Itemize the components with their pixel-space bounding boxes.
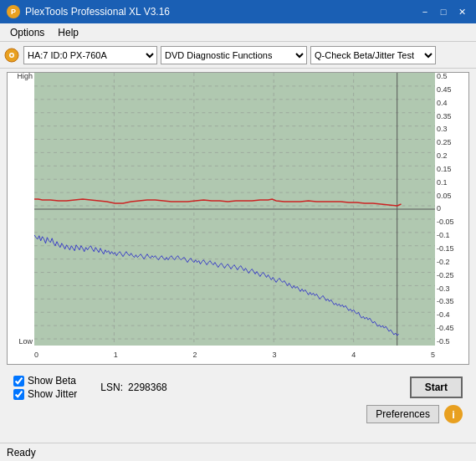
- function-select[interactable]: DVD Diagnostic Functions: [161, 46, 307, 64]
- y-right-18: -0.4: [437, 311, 467, 319]
- y-right-7: 0.15: [437, 166, 467, 173]
- title-bar-left: P PlexTools Professional XL V3.16: [7, 5, 170, 18]
- y-right-16: -0.3: [437, 285, 467, 293]
- y-right-15: -0.25: [437, 272, 467, 279]
- bottom-controls: Show Beta Show Jitter LSN: 2298368 Start: [7, 371, 469, 403]
- action-row: Preferences i: [7, 403, 469, 427]
- y-right-9: 0.05: [437, 192, 467, 200]
- start-button[interactable]: Start: [410, 376, 463, 398]
- y-right-19: -0.45: [437, 325, 467, 332]
- y-right-8: 0.1: [437, 179, 467, 187]
- chart-area: [34, 73, 435, 346]
- chart-container: High Low: [7, 72, 469, 365]
- y-axis-left: High Low: [8, 73, 34, 346]
- x-label-2: 2: [193, 351, 197, 359]
- lsn-section: LSN: 2298368: [100, 382, 166, 393]
- minimize-button[interactable]: −: [417, 4, 432, 19]
- device-select[interactable]: HA:7 ID:0 PX-760A: [23, 46, 157, 64]
- y-right-20: -0.5: [437, 338, 467, 346]
- x-label-5: 5: [431, 351, 435, 359]
- svg-point-2: [11, 54, 13, 56]
- main-content: High Low: [0, 69, 476, 430]
- close-button[interactable]: ✕: [454, 4, 469, 19]
- show-beta-checkbox[interactable]: [13, 376, 24, 387]
- status-text: Ready: [7, 447, 36, 458]
- menu-help[interactable]: Help: [51, 25, 85, 40]
- y-right-0: 0.5: [437, 73, 467, 80]
- x-label-1: 1: [114, 351, 118, 359]
- toolbar: HA:7 ID:0 PX-760A DVD Diagnostic Functio…: [0, 42, 476, 69]
- y-right-10: 0: [437, 205, 467, 213]
- lsn-value: 2298368: [128, 382, 167, 393]
- chart-svg: [34, 73, 435, 346]
- window-controls: − □ ✕: [417, 4, 469, 19]
- y-right-3: 0.35: [437, 113, 467, 120]
- test-select[interactable]: Q-Check Beta/Jitter Test: [310, 46, 436, 64]
- x-axis: 0 1 2 3 4 5: [34, 346, 435, 364]
- y-right-6: 0.2: [437, 152, 467, 160]
- x-label-3: 3: [272, 351, 276, 359]
- checkbox-group: Show Beta Show Jitter: [13, 375, 77, 400]
- device-icon: [3, 47, 20, 64]
- title-bar: P PlexTools Professional XL V3.16 − □ ✕: [0, 0, 476, 23]
- y-right-1: 0.45: [437, 86, 467, 94]
- menu-options[interactable]: Options: [3, 25, 51, 40]
- x-label-4: 4: [351, 351, 356, 359]
- y-label-low: Low: [9, 338, 33, 346]
- menu-bar: Options Help: [0, 23, 476, 42]
- info-button[interactable]: i: [444, 405, 463, 423]
- app-icon: P: [7, 5, 20, 18]
- y-right-14: -0.2: [437, 259, 467, 266]
- y-right-17: -0.35: [437, 298, 467, 305]
- y-right-2: 0.4: [437, 100, 467, 107]
- y-right-4: 0.3: [437, 125, 467, 133]
- y-right-13: -0.15: [437, 245, 467, 253]
- maximize-button[interactable]: □: [436, 4, 451, 19]
- app-title: PlexTools Professional XL V3.16: [25, 6, 170, 18]
- show-jitter-label[interactable]: Show Jitter: [13, 388, 77, 400]
- x-label-0: 0: [34, 351, 38, 359]
- show-beta-label[interactable]: Show Beta: [13, 375, 77, 387]
- show-jitter-checkbox[interactable]: [13, 389, 24, 400]
- y-right-12: -0.1: [437, 232, 467, 239]
- y-right-5: 0.25: [437, 139, 467, 146]
- status-bar: Ready: [0, 443, 476, 461]
- lsn-label: LSN:: [100, 382, 123, 393]
- y-label-high: High: [9, 73, 33, 80]
- y-axis-right: 0.5 0.45 0.4 0.35 0.3 0.25 0.2 0.15 0.1 …: [435, 73, 468, 346]
- y-right-11: -0.05: [437, 218, 467, 226]
- preferences-button[interactable]: Preferences: [366, 405, 439, 423]
